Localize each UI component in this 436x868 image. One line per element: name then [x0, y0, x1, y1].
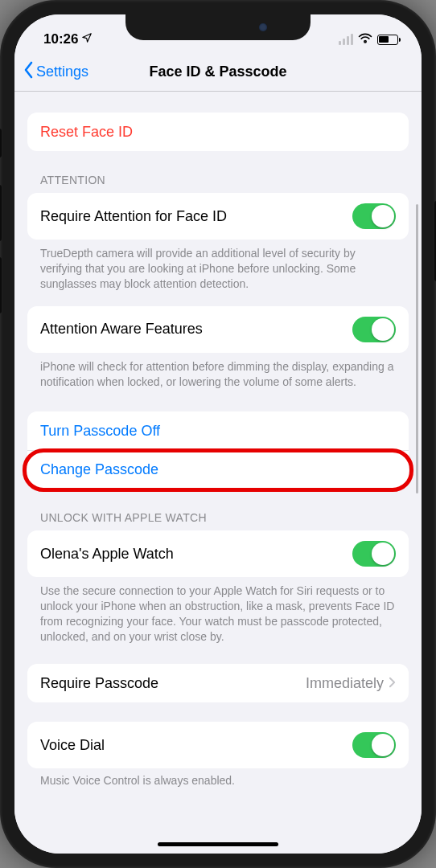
home-indicator[interactable]: [158, 842, 278, 846]
chevron-left-icon: [23, 61, 34, 83]
wifi-icon: [358, 31, 372, 47]
attention-aware-footer: iPhone will check for attention before d…: [40, 359, 396, 390]
change-passcode-label: Change Passcode: [40, 461, 158, 478]
reset-faceid-row[interactable]: Reset Face ID: [27, 113, 409, 151]
apple-watch-footer: Use the secure connection to your Apple …: [40, 583, 396, 645]
status-time: 10:26: [43, 31, 78, 47]
chevron-right-icon: [389, 675, 396, 692]
apple-watch-toggle[interactable]: [352, 541, 396, 567]
require-passcode-row[interactable]: Require Passcode Immediately: [27, 664, 409, 702]
passcode-actions-group: Turn Passcode Off Change Passcode: [27, 411, 409, 489]
change-passcode-row[interactable]: Change Passcode: [27, 450, 409, 489]
ringer-switch: [0, 129, 2, 158]
content-scroll[interactable]: Reset Face ID ATTENTION Require Attentio…: [14, 92, 422, 854]
reset-faceid-label: Reset Face ID: [40, 124, 133, 141]
require-attention-footer: TrueDepth camera will provide an additio…: [40, 246, 396, 292]
scroll-indicator: [416, 204, 418, 493]
iphone-frame: 10:26 Settings: [0, 0, 436, 868]
watch-header: UNLOCK WITH APPLE WATCH: [40, 511, 396, 524]
turn-passcode-off-row[interactable]: Turn Passcode Off: [27, 411, 409, 450]
voice-dial-row[interactable]: Voice Dial: [27, 722, 409, 768]
attention-aware-toggle[interactable]: [352, 317, 396, 342]
location-icon: [81, 31, 93, 47]
attention-aware-group: Attention Aware Features: [27, 306, 409, 353]
reset-faceid-group: Reset Face ID: [27, 113, 409, 151]
attention-header: ATTENTION: [40, 174, 396, 186]
attention-aware-row[interactable]: Attention Aware Features: [27, 306, 409, 353]
back-label: Settings: [36, 63, 88, 80]
cellular-icon: [339, 34, 353, 45]
navigation-bar: Settings Face ID & Passcode: [14, 53, 422, 92]
voice-dial-footer: Music Voice Control is always enabled.: [40, 773, 396, 788]
notch: [125, 14, 311, 40]
require-passcode-value: Immediately: [306, 675, 384, 692]
volume-down-button: [0, 257, 2, 313]
attention-aware-label: Attention Aware Features: [40, 321, 203, 338]
back-button[interactable]: Settings: [23, 61, 88, 83]
apple-watch-label: Olena's Apple Watch: [40, 546, 174, 563]
require-attention-row[interactable]: Require Attention for Face ID: [27, 193, 409, 240]
apple-watch-group: Olena's Apple Watch: [27, 530, 409, 577]
voice-dial-group: Voice Dial: [27, 722, 409, 768]
require-passcode-label: Require Passcode: [40, 675, 158, 692]
voice-dial-label: Voice Dial: [40, 737, 105, 754]
voice-dial-toggle[interactable]: [352, 732, 396, 758]
require-attention-label: Require Attention for Face ID: [40, 208, 227, 225]
screen: 10:26 Settings: [14, 14, 422, 854]
require-passcode-group: Require Passcode Immediately: [27, 664, 409, 702]
require-attention-group: Require Attention for Face ID: [27, 193, 409, 240]
volume-up-button: [0, 185, 2, 241]
turn-passcode-off-label: Turn Passcode Off: [40, 423, 160, 440]
apple-watch-row[interactable]: Olena's Apple Watch: [27, 530, 409, 577]
battery-icon: [377, 35, 401, 45]
require-attention-toggle[interactable]: [352, 203, 396, 229]
